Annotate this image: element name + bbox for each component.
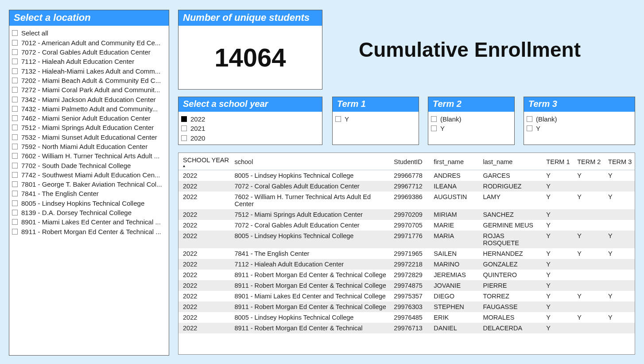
cell-fn: ILEANA <box>429 181 478 192</box>
slicer-option[interactable]: (Blank) <box>527 114 632 124</box>
slicer-option[interactable]: Y <box>431 124 512 133</box>
slicer-option[interactable]: 7841 - The English Center <box>12 189 166 198</box>
col-last-name[interactable]: last_name <box>478 153 542 170</box>
year-slicer[interactable]: Select a school year 202220212020 <box>178 97 322 145</box>
checkbox-icon[interactable] <box>12 200 18 206</box>
slicer-option[interactable]: 8911 - Robert Morgan Ed Center & Technic… <box>12 227 166 236</box>
slicer-option[interactable]: 8901 - Miami Lakes Ed Center and Technic… <box>12 217 166 227</box>
table-row[interactable]: 20228911 - Robert Morgan Ed Center & Tec… <box>178 270 635 280</box>
checkbox-icon[interactable] <box>12 115 18 121</box>
slicer-option[interactable]: 7132 - Hialeah-Miami Lakes Adult and Com… <box>12 66 166 75</box>
slicer-option[interactable]: 7112 - Hialeah Adult Education Center <box>12 57 166 66</box>
slicer-option[interactable]: 7512 - Miami Springs Adult Education Cen… <box>12 123 166 132</box>
slicer-option[interactable]: 7462 - Miami Senior Adult Education Cent… <box>12 114 166 123</box>
checkbox-icon[interactable] <box>12 229 18 235</box>
checkbox-icon[interactable] <box>12 49 18 55</box>
checkbox-icon[interactable] <box>181 125 187 131</box>
table-row[interactable]: 20228005 - Lindsey Hopkins Technical Col… <box>178 312 635 323</box>
slicer-option[interactable]: 7592 - North Miami Adult Education Cente… <box>12 142 166 151</box>
checkbox-icon[interactable] <box>431 116 437 122</box>
checkbox-icon[interactable] <box>12 172 18 178</box>
slicer-option[interactable]: Y <box>527 124 632 133</box>
slicer-option[interactable]: 7702 - South Dade Technical College <box>12 160 166 170</box>
slicer-option[interactable]: 7801 - George T. Baker Aviation Technica… <box>12 180 166 189</box>
slicer-option-label: 8005 - Lindsey Hopkins Technical College <box>21 200 144 207</box>
slicer-option[interactable]: 2022 <box>181 114 319 124</box>
table-row[interactable]: 20227112 - Hialeah Adult Education Cente… <box>178 259 635 270</box>
table-row[interactable]: 20228005 - Lindsey Hopkins Technical Col… <box>178 170 635 181</box>
checkbox-icon[interactable] <box>12 134 18 140</box>
col-term1[interactable]: TERM 1 <box>542 153 573 170</box>
slicer-option[interactable]: 2021 <box>181 124 319 133</box>
cell-school: 8911 - Robert Morgan Ed Center & Technic… <box>230 323 389 333</box>
slicer-option[interactable]: Select all <box>12 28 166 38</box>
cell-year: 2022 <box>178 291 230 301</box>
cell-year: 2022 <box>178 181 230 192</box>
table-row[interactable]: 20227841 - The English Center29971965SAI… <box>178 248 635 259</box>
slicer-option[interactable]: 8005 - Lindsey Hopkins Technical College <box>12 199 166 208</box>
checkbox-icon[interactable] <box>12 78 18 83</box>
slicer-option[interactable]: 7532 - Miami Sunset Adult Educational Ce… <box>12 133 166 142</box>
term2-slicer-header: Term 2 <box>428 97 514 112</box>
checkbox-icon[interactable] <box>12 191 18 196</box>
checkbox-icon[interactable] <box>12 87 18 93</box>
slicer-option[interactable]: 7342 - Miami Jackson Adult Education Cen… <box>12 94 166 104</box>
col-term2[interactable]: TERM 2 <box>573 153 604 170</box>
slicer-option[interactable]: 8139 - D.A. Dorsey Technical College <box>12 208 166 217</box>
slicer-option[interactable]: 7202 - Miami Beach Adult & Community Ed … <box>12 76 166 85</box>
table-row[interactable]: 20228911 - Robert Morgan Ed Center & Tec… <box>178 301 635 312</box>
cell-t2 <box>573 181 604 192</box>
checkbox-icon[interactable] <box>12 68 18 74</box>
slicer-option[interactable]: 7072 - Coral Gables Adult Education Cent… <box>12 47 166 57</box>
checkbox-icon[interactable] <box>12 59 18 64</box>
checkbox-icon[interactable] <box>12 153 18 159</box>
term3-slicer[interactable]: Term 3 (Blank)Y <box>524 97 635 145</box>
checkbox-icon[interactable] <box>527 116 532 122</box>
slicer-option[interactable]: Y <box>335 114 416 124</box>
enrollment-table[interactable]: SCHOOL YEAR school StudentID first_name … <box>178 153 635 355</box>
checkbox-icon[interactable] <box>12 210 18 215</box>
checkbox-icon[interactable] <box>12 144 18 149</box>
cell-t2: Y <box>573 248 604 259</box>
slicer-option[interactable]: 2020 <box>181 133 319 143</box>
checkbox-icon[interactable] <box>12 125 18 130</box>
table-row[interactable]: 20227072 - Coral Gables Adult Education … <box>178 220 635 231</box>
col-school[interactable]: school <box>230 153 389 170</box>
location-slicer[interactable]: Select a location Select all7012 - Ameri… <box>9 10 169 356</box>
slicer-option[interactable]: 7432 - Miami Palmetto Adult and Communit… <box>12 104 166 114</box>
checkbox-icon[interactable] <box>12 106 18 112</box>
col-school-year[interactable]: SCHOOL YEAR <box>178 153 230 170</box>
slicer-option[interactable]: 7272 - Miami Coral Park Adult and Commun… <box>12 85 166 94</box>
table-row[interactable]: 20228911 - Robert Morgan Ed Center & Tec… <box>178 323 635 333</box>
table-row[interactable]: 20228901 - Miami Lakes Ed Center and Tec… <box>178 291 635 301</box>
cell-year: 2022 <box>178 209 230 220</box>
table-row[interactable]: 20227072 - Coral Gables Adult Education … <box>178 181 635 192</box>
slicer-option[interactable]: 7602 - William H. Turner Technical Arts … <box>12 151 166 160</box>
col-first-name[interactable]: first_name <box>429 153 478 170</box>
checkbox-icon[interactable] <box>12 163 18 168</box>
cell-ln: ROJAS ROSQUETE <box>478 231 542 248</box>
checkbox-icon[interactable] <box>12 181 18 187</box>
term1-slicer[interactable]: Term 1 Y <box>332 97 419 145</box>
checkbox-icon[interactable] <box>431 125 437 131</box>
table-row[interactable]: 20227602 - William H. Turner Technical A… <box>178 192 635 209</box>
checkbox-icon[interactable] <box>181 116 187 122</box>
checkbox-icon[interactable] <box>12 219 18 225</box>
slicer-option-label: Y <box>440 125 445 132</box>
checkbox-icon[interactable] <box>527 125 532 131</box>
table-row[interactable]: 20228005 - Lindsey Hopkins Technical Col… <box>178 231 635 248</box>
slicer-option[interactable]: 7742 - Southwest Miami Adult Education C… <box>12 170 166 180</box>
col-term3[interactable]: TERM 3 <box>604 153 635 170</box>
checkbox-icon[interactable] <box>335 116 341 122</box>
table-row[interactable]: 20228911 - Robert Morgan Ed Center & Tec… <box>178 280 635 291</box>
checkbox-icon[interactable] <box>181 135 187 141</box>
table-row[interactable]: 20227512 - Miami Springs Adult Education… <box>178 209 635 220</box>
checkbox-icon[interactable] <box>12 30 18 36</box>
checkbox-icon[interactable] <box>12 97 18 102</box>
slicer-option[interactable]: (Blank) <box>431 114 512 124</box>
checkbox-icon[interactable] <box>12 40 18 46</box>
col-student-id[interactable]: StudentID <box>389 153 429 170</box>
cell-t2 <box>573 323 604 333</box>
slicer-option[interactable]: 7012 - American Adult and Community Ed C… <box>12 38 166 47</box>
term2-slicer[interactable]: Term 2 (Blank)Y <box>428 97 515 145</box>
